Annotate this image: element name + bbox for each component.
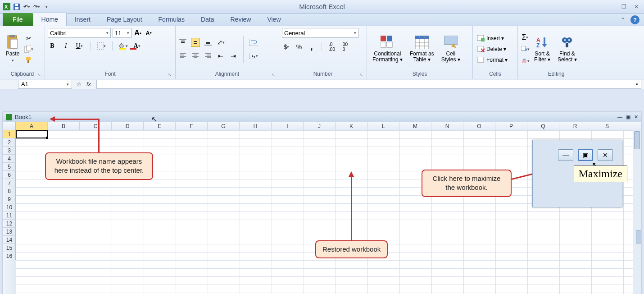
expand-formula-bar-icon[interactable]: ▾ [633,80,641,88]
select-all-corner[interactable] [3,122,16,130]
col-header[interactable]: R [559,122,591,130]
col-header[interactable]: L [367,122,399,130]
delete-cells-button[interactable]: Delete ▾ [476,45,509,53]
col-header[interactable]: P [495,122,527,130]
selected-cell-a1[interactable] [16,130,48,138]
help-icon[interactable]: ? [630,15,639,24]
workbook-minimize-icon[interactable]: — [617,114,622,120]
sort-filter-button[interactable]: AZ Sort & Filter ▾ [531,34,553,64]
row-header[interactable]: 3 [3,147,16,155]
minimize-icon[interactable]: — [607,4,615,10]
scrollbar-thumb[interactable] [634,131,640,149]
align-center-icon[interactable] [191,51,200,60]
col-header[interactable]: H [240,122,272,130]
row-header[interactable]: 9 [3,195,16,203]
file-tab[interactable]: File [3,13,33,26]
col-header[interactable]: N [431,122,463,130]
tab-page-layout[interactable]: Page Layout [99,13,150,26]
comma-format-icon[interactable]: , [307,42,316,51]
shrink-font-icon[interactable]: A▾ [144,28,153,37]
font-color-icon[interactable]: A▾ [132,41,141,51]
row-header[interactable]: 13 [3,228,16,236]
cell-styles-button[interactable]: Cell Styles ▾ [439,34,463,64]
accounting-format-icon[interactable]: $▾ [282,42,291,51]
tab-home[interactable]: Home [33,13,67,26]
align-top-icon[interactable] [178,38,187,47]
autosum-icon[interactable]: Σ▾ [521,33,530,42]
tab-view[interactable]: View [259,13,289,26]
workbook-close-icon[interactable]: ✕ [634,114,638,120]
col-header[interactable]: M [399,122,431,130]
row-header[interactable]: 5 [3,163,16,171]
format-painter-icon[interactable] [24,55,33,64]
col-header[interactable]: I [272,122,304,130]
formula-input[interactable]: ▾ [96,80,641,89]
col-header-a[interactable]: A [16,122,48,130]
clear-icon[interactable]: ▾ [521,56,530,65]
number-format-combo[interactable]: General▾ [282,28,358,38]
row-header[interactable]: 2 [3,138,16,147]
col-header[interactable]: F [176,122,208,130]
col-header[interactable]: S [591,122,623,130]
percent-format-icon[interactable]: % [295,42,304,51]
restore-icon[interactable]: ❐ [620,4,628,10]
row-header[interactable]: 12 [3,220,16,228]
cut-icon[interactable]: ✂ [24,34,33,43]
copy-icon[interactable]: ▾ [24,45,33,54]
col-header[interactable]: B [48,122,80,130]
italic-icon[interactable]: I [61,41,70,51]
close-icon[interactable]: ✕ [632,4,640,10]
format-cells-button[interactable]: Format ▾ [476,56,509,64]
col-header[interactable]: G [208,122,240,130]
decrease-indent-icon[interactable]: ⇤ [216,51,225,60]
paste-button[interactable]: Paste ▾ [3,34,23,64]
find-select-button[interactable]: Find & Select ▾ [555,34,580,64]
row-header[interactable]: 8 [3,187,16,195]
tab-formulas[interactable]: Formulas [150,13,193,26]
conditional-formatting-button[interactable]: Conditional Formatting ▾ [370,34,405,64]
insert-cells-button[interactable]: Insert ▾ [476,34,509,42]
row-header[interactable]: 16 [3,252,16,260]
increase-indent-icon[interactable]: ⇥ [229,51,238,60]
minimize-ribbon-icon[interactable]: ⌃ [619,17,627,23]
bold-icon[interactable]: B [48,41,57,51]
col-header[interactable]: K [336,122,367,130]
row-header[interactable]: 10 [3,203,16,211]
vertical-scrollbar[interactable] [633,130,641,294]
undo-icon[interactable]: ↶▾ [23,3,31,11]
underline-icon[interactable]: U▾ [75,41,84,51]
row-header-1[interactable]: 1 [3,130,16,138]
qat-customize-icon[interactable]: ▾ [42,3,50,11]
align-middle-icon[interactable] [191,38,200,47]
align-bottom-icon[interactable] [204,38,213,47]
row-header[interactable]: 14 [3,236,16,244]
row-header[interactable]: 15 [3,244,16,252]
row-header[interactable]: 11 [3,211,16,220]
grow-font-icon[interactable]: A▴ [133,28,142,37]
borders-icon[interactable]: ▾ [97,41,106,51]
col-header[interactable]: E [144,122,176,130]
col-header[interactable]: D [112,122,144,130]
workbook-maximize-icon[interactable]: ▣ [626,114,630,120]
tab-insert[interactable]: Insert [67,13,99,26]
tab-review[interactable]: Review [222,13,259,26]
increase-decimal-icon[interactable]: .0.00 [327,42,336,51]
col-header[interactable]: C [80,122,112,130]
redo-icon[interactable]: ↷▾ [32,3,41,11]
row-header[interactable]: 6 [3,171,16,179]
col-header[interactable]: Q [527,122,559,130]
row-header[interactable]: 4 [3,155,16,163]
format-as-table-button[interactable]: Format as Table ▾ [407,34,437,64]
save-icon[interactable] [13,3,21,11]
decrease-decimal-icon[interactable]: .00.0 [340,42,349,51]
col-header[interactable]: J [304,122,336,130]
row-header[interactable]: 7 [3,179,16,187]
vertical-split-handle[interactable] [636,230,641,243]
col-header[interactable]: O [463,122,495,130]
fill-icon[interactable]: ▾ [521,45,530,54]
wrap-text-icon[interactable] [249,38,258,47]
name-box[interactable]: A1▾ [18,80,72,89]
font-size-combo[interactable]: 11▾ [113,28,132,38]
tab-data[interactable]: Data [193,13,222,26]
align-right-icon[interactable] [204,51,213,60]
